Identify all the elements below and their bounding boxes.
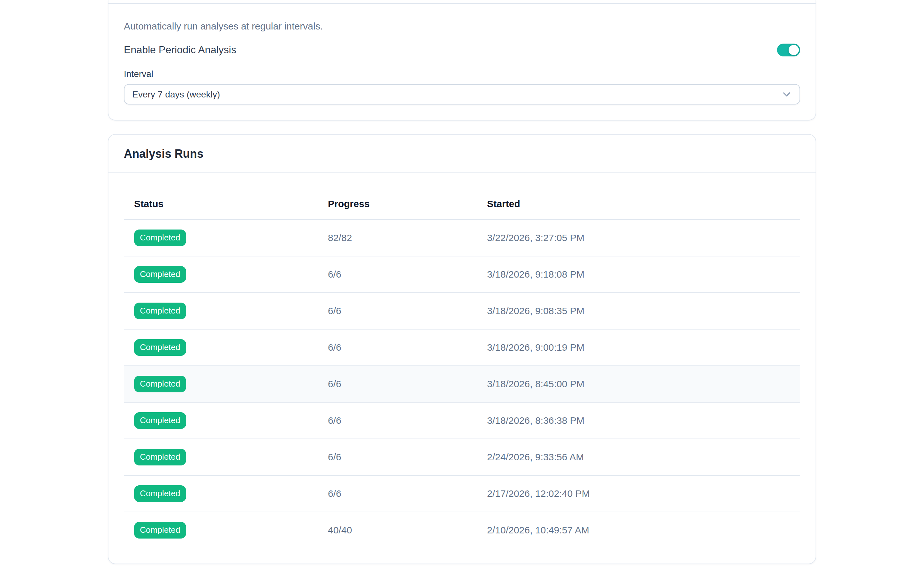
column-header-started: Started [477, 189, 800, 219]
interval-label: Interval [124, 67, 800, 80]
interval-select[interactable]: Every 7 days (weekly) [124, 84, 800, 105]
analysis-runs-card: Analysis Runs Status Progress Started [108, 134, 816, 564]
progress-cell: 40/40 [318, 512, 477, 548]
table-row[interactable]: Completed 6/6 3/18/2026, 8:36:38 PM [124, 402, 800, 438]
table-row[interactable]: Completed 6/6 2/17/2026, 12:02:40 PM [124, 475, 800, 512]
periodic-analysis-description: Automatically run analyses at regular in… [124, 19, 800, 33]
started-cell: 3/18/2026, 9:08:35 PM [477, 292, 800, 329]
started-cell: 2/10/2026, 10:49:57 AM [477, 512, 800, 548]
interval-select-value: Every 7 days (weekly) [132, 89, 220, 99]
status-cell: Completed [124, 256, 318, 292]
card-header-divider [108, 0, 816, 4]
started-cell: 3/18/2026, 9:18:08 PM [477, 256, 800, 292]
page: Automatically run analyses at regular in… [0, 0, 924, 577]
table-row[interactable]: Completed 40/40 2/10/2026, 10:49:57 AM [124, 512, 800, 548]
progress-cell: 6/6 [318, 438, 477, 475]
chevron-down-icon [782, 89, 792, 99]
progress-cell: 6/6 [318, 292, 477, 329]
settings-container: Automatically run analyses at regular in… [108, 0, 816, 564]
progress-cell: 82/82 [318, 219, 477, 256]
runs-table: Status Progress Started Completed 82/82 … [124, 189, 800, 548]
table-row[interactable]: Completed 6/6 3/18/2026, 9:18:08 PM [124, 256, 800, 292]
status-cell: Completed [124, 438, 318, 475]
status-cell: Completed [124, 475, 318, 512]
periodic-analysis-card: Automatically run analyses at regular in… [108, 0, 816, 121]
runs-table-body: Completed 82/82 3/22/2026, 3:27:05 PM Co… [124, 219, 800, 548]
table-row[interactable]: Completed 82/82 3/22/2026, 3:27:05 PM [124, 219, 800, 256]
status-badge: Completed [134, 522, 186, 538]
status-badge: Completed [134, 266, 186, 282]
table-row[interactable]: Completed 6/6 3/18/2026, 8:45:00 PM [124, 366, 800, 402]
status-badge: Completed [134, 485, 186, 502]
status-badge: Completed [134, 376, 186, 392]
table-row[interactable]: Completed 6/6 2/24/2026, 9:33:56 AM [124, 438, 800, 475]
analysis-runs-header: Analysis Runs [108, 135, 816, 173]
runs-table-head: Status Progress Started [124, 189, 800, 219]
enable-periodic-row: Enable Periodic Analysis [124, 42, 800, 58]
status-badge: Completed [134, 412, 186, 429]
analysis-runs-body: Status Progress Started Completed 82/82 … [108, 173, 816, 564]
column-header-status: Status [124, 189, 318, 219]
status-cell: Completed [124, 402, 318, 438]
started-cell: 2/17/2026, 12:02:40 PM [477, 475, 800, 512]
started-cell: 3/22/2026, 3:27:05 PM [477, 219, 800, 256]
started-cell: 3/18/2026, 9:00:19 PM [477, 329, 800, 366]
progress-cell: 6/6 [318, 329, 477, 366]
started-cell: 2/24/2026, 9:33:56 AM [477, 438, 800, 475]
status-badge: Completed [134, 229, 186, 246]
periodic-analysis-body: Automatically run analyses at regular in… [108, 4, 816, 120]
toggle-knob [788, 45, 799, 55]
status-cell: Completed [124, 292, 318, 329]
enable-periodic-toggle[interactable] [777, 44, 800, 56]
table-row[interactable]: Completed 6/6 3/18/2026, 9:00:19 PM [124, 329, 800, 366]
status-badge: Completed [134, 339, 186, 356]
status-cell: Completed [124, 329, 318, 366]
progress-cell: 6/6 [318, 402, 477, 438]
progress-cell: 6/6 [318, 475, 477, 512]
status-badge: Completed [134, 302, 186, 319]
column-header-progress: Progress [318, 189, 477, 219]
progress-cell: 6/6 [318, 366, 477, 402]
started-cell: 3/18/2026, 8:45:00 PM [477, 366, 800, 402]
status-cell: Completed [124, 219, 318, 256]
status-badge: Completed [134, 448, 186, 465]
progress-cell: 6/6 [318, 256, 477, 292]
table-row[interactable]: Completed 6/6 3/18/2026, 9:08:35 PM [124, 292, 800, 329]
analysis-runs-title: Analysis Runs [124, 146, 800, 161]
status-cell: Completed [124, 366, 318, 402]
status-cell: Completed [124, 512, 318, 548]
started-cell: 3/18/2026, 8:36:38 PM [477, 402, 800, 438]
enable-periodic-label: Enable Periodic Analysis [124, 42, 236, 58]
header-row: Status Progress Started [124, 189, 800, 219]
